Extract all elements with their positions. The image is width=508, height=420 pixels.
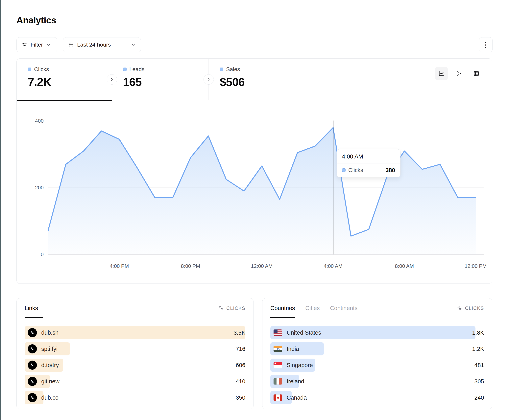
links-panel: Links CLICKS dub.sh (16, 298, 254, 409)
country-label: United States (287, 329, 321, 336)
country-flag-icon (274, 346, 282, 352)
chevron-down-icon (131, 42, 136, 47)
y-axis-tick: 400 (35, 118, 44, 124)
table-view-button[interactable] (470, 67, 483, 80)
expand-leads-button[interactable] (107, 74, 117, 85)
x-axis-tick: 12:00 PM (465, 263, 487, 269)
country-label: Singapore (287, 362, 313, 369)
country-clicks-value: 481 (474, 362, 484, 369)
page-title: Analytics (16, 15, 56, 26)
country-clicks-value: 1.2K (472, 346, 484, 352)
country-clicks-value: 240 (474, 394, 484, 401)
link-label: spti.fyi (41, 346, 58, 352)
country-list-item[interactable]: Singapore 481 (270, 359, 484, 372)
tab-countries[interactable]: Countries (270, 298, 295, 318)
link-list-item[interactable]: dub.sh 3.5K (25, 326, 245, 339)
clicks-value: 7.2K (28, 75, 112, 88)
cursor-click-icon (457, 305, 463, 311)
date-range-label: Last 24 hours (77, 42, 111, 48)
country-label: Ireland (287, 378, 304, 385)
funnel-chart-view-button[interactable] (452, 67, 465, 80)
filter-button[interactable]: Filter (16, 37, 57, 52)
stat-label: Clicks (34, 66, 49, 72)
window-edge (0, 0, 0, 420)
country-list-item[interactable]: India 1.2K (270, 342, 484, 355)
country-list-item[interactable]: Ireland 305 (270, 375, 484, 388)
links-metric-toggle[interactable]: CLICKS (218, 305, 245, 311)
sales-color-swatch (220, 68, 223, 71)
tab-continents[interactable]: Continents (330, 298, 358, 318)
clicks-color-swatch (342, 168, 345, 172)
link-label: dub.co (41, 394, 59, 401)
dub-logo-icon (28, 344, 37, 354)
chevron-right-icon (207, 77, 211, 82)
tooltip-series-label: Clicks (348, 167, 363, 173)
calendar-icon (68, 42, 74, 48)
dub-logo-glyph (30, 346, 35, 352)
cursor-click-icon (218, 305, 224, 311)
country-list-item[interactable]: United States 1.8K (270, 326, 484, 339)
link-clicks-value: 606 (236, 362, 245, 369)
y-axis-tick: 200 (35, 185, 44, 190)
link-label: dub.sh (41, 329, 59, 336)
link-clicks-value: 350 (236, 394, 245, 401)
metric-label: CLICKS (226, 305, 245, 311)
country-label: Canada (287, 394, 307, 401)
geo-panel-header: Countries Cities Continents CLICKS (262, 298, 492, 318)
country-flag-icon (274, 362, 282, 368)
kebab-menu-icon: ⋮ (482, 41, 489, 48)
dub-logo-glyph (30, 395, 35, 400)
x-axis-tick: 8:00 AM (395, 263, 414, 269)
link-label: d.to/try (41, 362, 59, 369)
tab-sales[interactable]: Sales $506 (209, 59, 306, 100)
expand-sales-button[interactable] (203, 74, 214, 85)
sales-value: $506 (220, 75, 306, 88)
link-clicks-value: 716 (236, 346, 245, 352)
tab-cities[interactable]: Cities (305, 298, 320, 318)
chevron-right-icon (110, 77, 114, 82)
chart-hover-area[interactable] (48, 121, 476, 255)
link-clicks-value: 3.5K (233, 329, 245, 336)
country-flag-icon (274, 378, 282, 384)
dub-logo-icon (28, 328, 37, 337)
geo-metric-toggle[interactable]: CLICKS (457, 305, 484, 311)
dub-logo-icon (28, 377, 37, 386)
geo-panel: Countries Cities Continents CLICKS Unite… (262, 298, 492, 409)
stat-label: Leads (129, 66, 144, 72)
country-flag-icon (274, 394, 282, 401)
tab-leads[interactable]: Leads 165 (112, 59, 209, 100)
links-panel-header: Links CLICKS (17, 298, 253, 318)
dub-logo-glyph (30, 379, 35, 384)
tooltip-value: 380 (386, 167, 395, 174)
line-chart-view-button[interactable] (435, 67, 448, 80)
filter-sliders-icon (22, 42, 27, 48)
filter-button-label: Filter (30, 42, 43, 48)
analytics-chart-card: Clicks 7.2K Leads 165 Sales $506 (16, 58, 492, 284)
chevron-down-icon (46, 42, 51, 47)
leads-value: 165 (123, 75, 209, 88)
date-range-button[interactable]: Last 24 hours (63, 37, 141, 52)
more-menu-button[interactable]: ⋮ (479, 37, 493, 52)
country-clicks-value: 1.8K (472, 329, 484, 336)
links-list: dub.sh 3.5K spti.fyi 716 (17, 318, 253, 404)
x-axis-tick: 8:00 PM (181, 263, 200, 269)
tab-clicks[interactable]: Clicks 7.2K (17, 59, 112, 100)
dub-logo-glyph (30, 362, 35, 368)
link-list-item[interactable]: git.new 410 (25, 375, 245, 388)
tooltip-time: 4:00 AM (337, 149, 400, 163)
stats-tabs-row: Clicks 7.2K Leads 165 Sales $506 (17, 59, 492, 100)
link-list-item[interactable]: d.to/try 606 (25, 359, 245, 372)
link-list-item[interactable]: spti.fyi 716 (25, 342, 245, 355)
leads-color-swatch (123, 68, 127, 71)
tab-links[interactable]: Links (25, 298, 38, 318)
table-grid-icon (473, 70, 479, 77)
link-list-item[interactable]: dub.co 350 (25, 391, 245, 404)
dub-logo-icon (28, 361, 37, 370)
x-axis-tick: 4:00 AM (324, 263, 343, 269)
funnel-chart-icon (456, 70, 462, 77)
link-clicks-value: 410 (236, 378, 245, 385)
dub-logo-glyph (30, 330, 35, 335)
dub-logo-icon (28, 393, 37, 402)
country-list-item[interactable]: Canada 240 (270, 391, 484, 404)
y-axis-tick: 0 (41, 252, 44, 257)
